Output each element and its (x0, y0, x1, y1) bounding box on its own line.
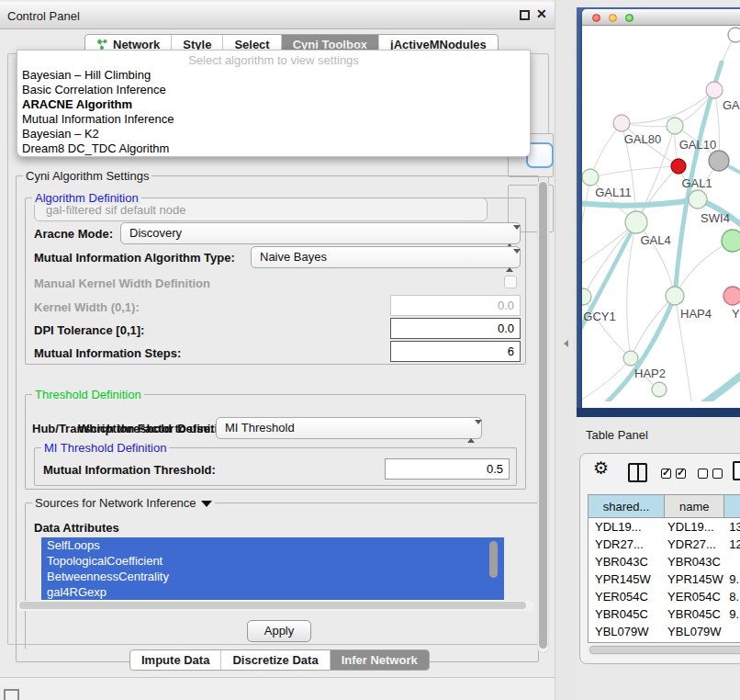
table-row[interactable]: YDL19...YDL19...13 (589, 518, 740, 536)
settings-vertical-scrollbar[interactable] (537, 179, 549, 653)
dpi-tolerance-field[interactable]: 0.0 (390, 318, 521, 339)
table-cell[interactable]: YER054C (665, 588, 724, 605)
node-hap4[interactable] (666, 287, 684, 305)
table-cell[interactable]: 12 (724, 536, 740, 553)
network-window-titlebar[interactable] (582, 9, 740, 26)
algorithm-option[interactable]: Mutual Information Inference (17, 112, 530, 127)
table-cell[interactable]: YDL19... (665, 518, 724, 536)
table-cell[interactable]: YDR27... (665, 536, 724, 553)
node-gal4[interactable] (625, 211, 647, 233)
table-cell[interactable]: YBL079W (589, 623, 665, 640)
table-panel-container: ⚙ shared... name YDL19...YDL19...13YDR27… (579, 453, 740, 664)
tab-infer-network[interactable]: Infer Network (330, 650, 429, 670)
apply-button[interactable]: Apply (247, 620, 311, 642)
column-header-name[interactable]: name (665, 495, 724, 517)
table-cell[interactable]: 9. (724, 640, 740, 643)
node-red[interactable] (671, 159, 686, 174)
tab-label: Infer Network (342, 653, 418, 667)
table-row[interactable]: YLR345WYLR345W9. (589, 640, 740, 643)
table-cell[interactable]: YBL079W (665, 623, 724, 640)
column-header-shared-name[interactable]: shared... (589, 495, 665, 517)
table-horizontal-scrollbar[interactable] (588, 645, 740, 655)
table-row[interactable]: YER054CYER054C8. (589, 588, 740, 605)
settings-horizontal-scrollbar[interactable] (17, 601, 533, 611)
table-cell[interactable]: YLR345W (589, 640, 665, 643)
scrollbar-thumb[interactable] (19, 602, 526, 609)
table-cell[interactable]: YBR043C (665, 553, 724, 570)
node-gal80[interactable] (613, 115, 630, 131)
data-attribute-item[interactable]: SelfLoops (41, 537, 504, 553)
table-cell[interactable]: YER054C (589, 588, 665, 605)
data-attributes-list[interactable]: SelfLoopsTopologicalCoefficientBetweenne… (41, 537, 504, 602)
node-gcy1[interactable] (582, 288, 591, 305)
table-cell[interactable]: YPR145W (589, 570, 665, 588)
column-header-partial[interactable] (724, 495, 740, 517)
node-pink-label: Y (732, 307, 740, 321)
node-gal1[interactable] (689, 190, 707, 209)
data-attribute-item[interactable]: BetweennessCentrality (41, 569, 504, 584)
close-icon[interactable]: ✕ (536, 6, 547, 21)
dock-panel-icon[interactable] (4, 689, 19, 700)
table-row[interactable]: YPR145WYPR145W9. (589, 570, 740, 588)
mi-type-combo[interactable]: Naive Bayes (251, 246, 521, 268)
node-swi4[interactable] (722, 230, 740, 252)
collapse-arrow-icon[interactable] (201, 501, 212, 507)
kernel-width-field[interactable]: 0.0 (390, 295, 521, 316)
node-top[interactable] (728, 28, 740, 42)
table-cell[interactable]: YDR27... (589, 536, 665, 553)
table-cell[interactable]: 9. (724, 570, 740, 588)
minimize-traffic-light[interactable] (609, 14, 617, 22)
mi-steps-field[interactable]: 6 (390, 341, 521, 362)
table-cell[interactable] (724, 623, 740, 640)
split-columns-icon[interactable] (628, 463, 647, 482)
table-cell[interactable] (724, 553, 740, 570)
zoom-traffic-light[interactable] (625, 14, 633, 22)
table-cell[interactable]: 13 (724, 518, 740, 536)
data-attribute-item[interactable]: TopologicalCoefficient (41, 553, 504, 569)
table-row[interactable]: YBR043CYBR043C (589, 553, 740, 570)
node-gal11[interactable] (582, 169, 599, 186)
combo-value: MI Threshold (225, 421, 295, 435)
table-cell[interactable]: YBR045C (589, 605, 665, 623)
node-gray[interactable] (709, 151, 729, 171)
node-gal10[interactable] (667, 118, 683, 134)
tab-impute-data[interactable]: Impute Data (130, 650, 220, 670)
divider-collapse-icon[interactable] (564, 340, 568, 347)
data-attribute-item[interactable]: gal4RGexp (41, 584, 504, 600)
table-row[interactable]: YDR27...YDR27...12 (589, 536, 740, 553)
table-row[interactable]: YBR045CYBR045C9. (589, 605, 740, 623)
table-cell[interactable]: YDL19... (589, 518, 665, 536)
panel-divider[interactable] (555, 0, 577, 700)
scrollbar-thumb[interactable] (539, 182, 547, 649)
new-column-icon[interactable] (733, 461, 740, 480)
node-pink[interactable] (723, 287, 740, 305)
node-hap2[interactable] (623, 351, 638, 366)
scrollbar-thumb[interactable] (589, 646, 740, 654)
float-window-icon[interactable] (520, 10, 530, 20)
table-row[interactable]: YBL079WYBL079W (589, 623, 740, 640)
tab-discretize-data[interactable]: Discretize Data (220, 650, 329, 670)
mi-threshold-field[interactable]: 0.5 (385, 458, 510, 480)
gear-icon[interactable]: ⚙ (593, 457, 609, 479)
close-traffic-light[interactable] (592, 14, 600, 22)
algorithm-option[interactable]: Bayesian – K2 (17, 127, 530, 141)
table-cell[interactable]: YPR145W (665, 570, 724, 588)
table-cell[interactable]: 9. (724, 605, 740, 623)
table-cell[interactable]: 8. (724, 588, 740, 605)
which-threshold-combo[interactable]: MI Threshold (216, 417, 482, 439)
table-cell[interactable]: YLR345W (665, 640, 724, 643)
algorithm-option[interactable]: Bayesian – Hill Climbing (17, 68, 530, 83)
list-scrollbar-thumb[interactable] (489, 541, 498, 578)
select-all-icon[interactable] (661, 469, 686, 479)
table-cell[interactable]: YBR045C (665, 605, 724, 623)
algorithm-option[interactable]: ARACNE Algorithm (17, 97, 530, 112)
algorithm-option[interactable]: Basic Correlation Inference (17, 83, 530, 97)
node-gal7[interactable] (706, 82, 723, 98)
table-cell[interactable]: YBR043C (589, 553, 665, 570)
node-btm[interactable] (652, 382, 667, 397)
algorithm-option[interactable]: Dream8 DC_TDC Algorithm (17, 141, 530, 156)
aracne-mode-combo[interactable]: Discovery (120, 222, 521, 244)
network-canvas[interactable]: GALGAL80GAL10GAL1GAL11SWI4GAL4GCY1HAP4YH… (582, 26, 740, 401)
deselect-all-icon[interactable] (698, 469, 723, 479)
manual-kernel-checkbox[interactable] (504, 276, 517, 288)
